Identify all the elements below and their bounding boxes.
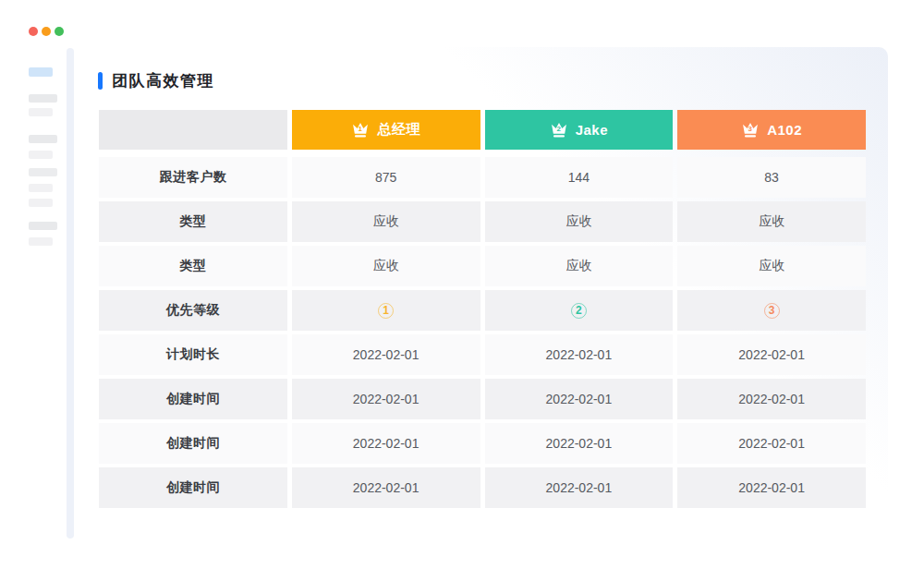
page-title-row: 团队高效管理 [76, 47, 888, 90]
table-cell: 2022-02-01 [292, 467, 480, 508]
table-cell: 2022-02-01 [677, 379, 866, 419]
row-label: 创建时间 [99, 467, 287, 508]
table-cell: 应收 [677, 201, 866, 242]
table-cell: 2022-02-01 [292, 379, 480, 419]
table-row: 创建时间2022-02-012022-02-012022-02-01 [99, 379, 866, 419]
sidebar-skeleton-bar [29, 222, 57, 230]
priority-rank-badge: 1 [378, 303, 394, 319]
table-cell: 应收 [292, 246, 480, 286]
crown-icon: 3 [741, 121, 760, 139]
table-body: 跟进客户数87514483类型应收应收应收类型应收应收应收优先等级123计划时长… [99, 157, 866, 508]
panel-divider [67, 48, 74, 539]
sidebar-skeleton-bar [29, 199, 53, 207]
priority-rank-badge: 2 [571, 303, 587, 319]
sidebar-skeleton-bar [29, 168, 57, 176]
table-cell: 875 [292, 157, 480, 198]
table-cell: 2022-02-01 [485, 334, 674, 375]
table-cell: 1 [292, 290, 480, 331]
table-cell: 应收 [485, 246, 674, 286]
table-cell: 2022-02-01 [677, 334, 866, 375]
table-cell: 2 [485, 290, 674, 331]
sidebar-skeleton-bar [29, 135, 57, 143]
table-cell: 2022-02-01 [677, 467, 866, 508]
table-row: 类型应收应收应收 [99, 201, 866, 242]
svg-text:1: 1 [359, 125, 363, 133]
table-row: 创建时间2022-02-012022-02-012022-02-01 [99, 423, 866, 464]
sidebar [0, 0, 65, 581]
column-header-1[interactable]: 1总经理 [292, 110, 480, 150]
row-label: 创建时间 [99, 379, 287, 419]
row-label: 计划时长 [99, 334, 287, 375]
sidebar-skeleton-bar [29, 184, 53, 192]
title-accent-bar [98, 72, 103, 90]
table-cell: 2022-02-01 [485, 423, 674, 464]
crown-icon: 1 [351, 121, 370, 139]
table-cell: 83 [677, 157, 866, 198]
table-cell: 应收 [677, 246, 866, 286]
table-cell: 2022-02-01 [485, 467, 674, 508]
table-cell: 应收 [292, 201, 480, 242]
table-cell: 2022-02-01 [292, 334, 480, 375]
column-header-label: 总经理 [377, 121, 420, 139]
column-header-2[interactable]: 2Jake [485, 110, 674, 150]
table-row: 跟进客户数87514483 [99, 157, 866, 198]
priority-rank-badge: 3 [764, 303, 780, 319]
row-label: 跟进客户数 [99, 157, 287, 198]
table-header-row: 1总经理2Jake3A102 [99, 110, 866, 150]
table-row: 类型应收应收应收 [99, 246, 866, 286]
svg-text:2: 2 [556, 125, 561, 133]
row-label: 类型 [99, 246, 287, 286]
table-cell: 2022-02-01 [677, 423, 866, 464]
table-cell: 3 [677, 290, 866, 331]
row-label: 创建时间 [99, 423, 287, 464]
page-title: 团队高效管理 [112, 70, 214, 91]
main-panel: 团队高效管理 1总经理2Jake3A102 跟进客户数87514483类型应收应… [76, 47, 888, 547]
crown-icon: 2 [550, 121, 568, 139]
sidebar-skeleton-bar [29, 151, 53, 159]
table-row: 创建时间2022-02-012022-02-012022-02-01 [99, 467, 866, 508]
sidebar-skeleton-bar [29, 94, 57, 103]
column-header-label: Jake [576, 122, 608, 138]
team-comparison-table: 1总经理2Jake3A102 跟进客户数87514483类型应收应收应收类型应收… [99, 110, 866, 512]
page: { "window": { "controls": [ { "name": "c… [0, 0, 924, 581]
table-row: 计划时长2022-02-012022-02-012022-02-01 [99, 334, 866, 375]
row-label: 优先等级 [99, 290, 287, 331]
table-cell: 2022-02-01 [485, 379, 674, 419]
sidebar-active-item[interactable] [29, 67, 53, 77]
table-cell: 应收 [485, 201, 674, 242]
row-label: 类型 [99, 201, 287, 242]
header-empty-cell [99, 110, 287, 150]
column-header-label: A102 [767, 122, 802, 138]
svg-text:3: 3 [748, 125, 753, 133]
sidebar-skeleton-bar [29, 237, 53, 246]
sidebar-skeleton-bar [29, 108, 53, 116]
table-cell: 2022-02-01 [292, 423, 480, 464]
table-cell: 144 [485, 157, 674, 198]
column-header-3[interactable]: 3A102 [677, 110, 866, 150]
table-row: 优先等级123 [99, 290, 866, 331]
